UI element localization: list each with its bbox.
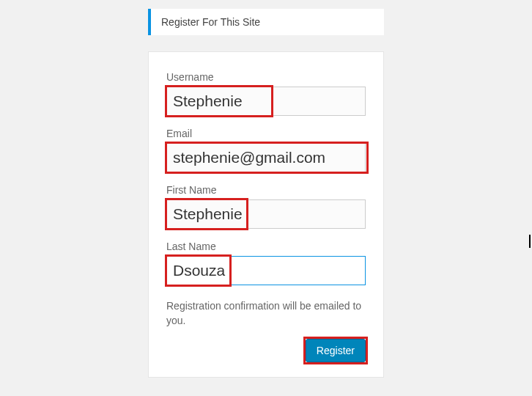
confirmation-note: Registration confirmation will be emaile… bbox=[166, 298, 366, 329]
first-name-field: First Name bbox=[166, 184, 366, 229]
button-row: Register bbox=[166, 339, 366, 362]
last-name-field: Last Name bbox=[166, 241, 366, 285]
first-name-label: First Name bbox=[166, 184, 366, 196]
email-input[interactable] bbox=[166, 143, 366, 172]
first-name-input-wrap bbox=[166, 199, 366, 229]
last-name-input-wrap bbox=[166, 256, 366, 285]
header-title: Register For This Site bbox=[161, 16, 260, 28]
page-header: Register For This Site bbox=[148, 9, 384, 35]
username-label: Username bbox=[166, 71, 366, 83]
username-input[interactable] bbox=[166, 87, 366, 116]
register-button[interactable]: Register bbox=[306, 339, 366, 362]
last-name-input[interactable] bbox=[166, 256, 366, 285]
register-form: Username Email First Name Last Name bbox=[148, 51, 384, 378]
register-button-wrap: Register bbox=[306, 339, 366, 362]
first-name-input[interactable] bbox=[166, 199, 366, 229]
last-name-label: Last Name bbox=[166, 241, 366, 252]
text-cursor-indicator bbox=[529, 235, 531, 248]
email-label: Email bbox=[166, 128, 366, 139]
email-input-wrap bbox=[166, 143, 366, 172]
username-input-wrap bbox=[166, 87, 366, 116]
username-field: Username bbox=[166, 71, 366, 116]
email-field: Email bbox=[166, 128, 366, 172]
